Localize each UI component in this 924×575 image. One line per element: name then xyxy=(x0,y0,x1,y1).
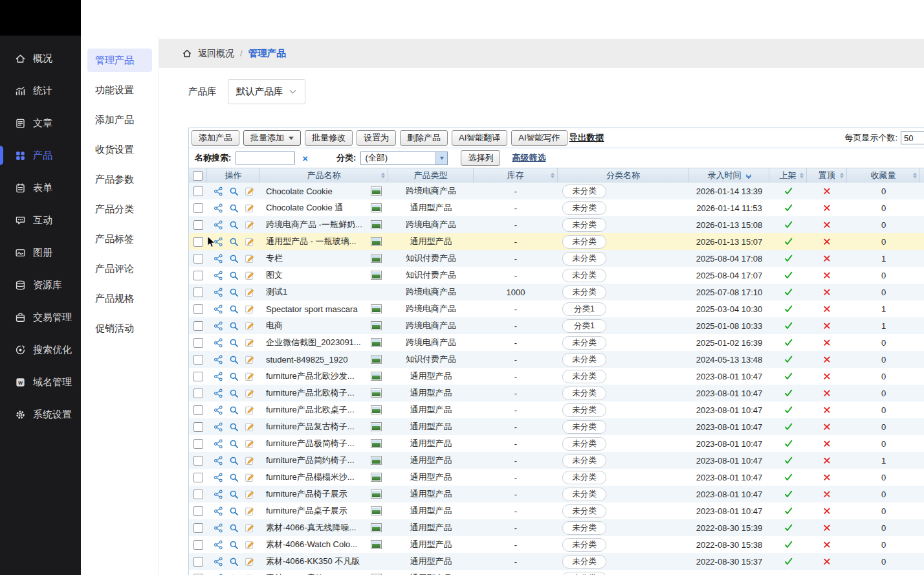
sort-icon[interactable] xyxy=(551,173,555,179)
on-shelf-check-icon[interactable] xyxy=(784,254,793,263)
on-shelf-check-icon[interactable] xyxy=(784,389,793,398)
row-checkbox[interactable] xyxy=(193,490,203,499)
pinned-cross-icon[interactable] xyxy=(823,238,831,245)
preview-icon[interactable] xyxy=(229,271,239,280)
submenu-item-product-specs[interactable]: 产品规格 xyxy=(87,287,152,310)
preview-icon[interactable] xyxy=(229,490,239,499)
preview-icon[interactable] xyxy=(229,523,239,533)
share-icon[interactable] xyxy=(214,490,223,499)
sort-icon[interactable] xyxy=(800,173,804,179)
edit-icon[interactable] xyxy=(245,490,254,499)
breadcrumb-back-link[interactable]: 返回概况 xyxy=(198,48,234,60)
share-icon[interactable] xyxy=(214,557,223,567)
row-checkbox[interactable] xyxy=(193,389,203,398)
on-shelf-check-icon[interactable] xyxy=(784,304,793,313)
row-checkbox[interactable] xyxy=(193,422,203,432)
batch-edit-button[interactable]: 批量修改 xyxy=(305,130,353,146)
preview-icon[interactable] xyxy=(229,506,239,516)
preview-icon[interactable] xyxy=(229,456,239,466)
sidebar-item-seo[interactable]: 搜索优化 xyxy=(0,333,81,366)
pinned-cross-icon[interactable] xyxy=(823,389,831,397)
on-shelf-check-icon[interactable] xyxy=(784,473,793,482)
pinned-cross-icon[interactable] xyxy=(823,473,831,481)
sidebar-item-products[interactable]: 产品 xyxy=(0,139,81,172)
share-icon[interactable] xyxy=(214,355,223,365)
preview-icon[interactable] xyxy=(229,355,239,365)
pinned-cross-icon[interactable] xyxy=(823,440,831,447)
pinned-cross-icon[interactable] xyxy=(823,457,831,464)
edit-icon[interactable] xyxy=(245,271,254,280)
preview-icon[interactable] xyxy=(229,439,239,449)
col-header-check[interactable] xyxy=(189,168,207,183)
share-icon[interactable] xyxy=(214,288,223,297)
row-checkbox[interactable] xyxy=(193,304,203,314)
preview-icon[interactable] xyxy=(229,288,239,297)
share-icon[interactable] xyxy=(214,422,223,432)
on-shelf-check-icon[interactable] xyxy=(784,355,793,364)
on-shelf-check-icon[interactable] xyxy=(784,321,793,330)
on-shelf-check-icon[interactable] xyxy=(784,490,793,499)
edit-icon[interactable] xyxy=(245,557,254,567)
sidebar-item-resources[interactable]: 资源库 xyxy=(0,269,81,301)
pinned-cross-icon[interactable] xyxy=(823,490,831,498)
col-header-top[interactable]: 置顶 xyxy=(807,168,847,183)
sidebar-item-interaction[interactable]: 互动 xyxy=(0,204,81,236)
sort-icon[interactable] xyxy=(913,173,917,179)
select-all-checkbox[interactable] xyxy=(193,171,203,181)
preview-icon[interactable] xyxy=(229,372,239,381)
add-product-button[interactable]: 添加产品 xyxy=(192,130,239,146)
per-page-input[interactable] xyxy=(901,131,924,144)
row-checkbox[interactable] xyxy=(193,186,203,196)
on-shelf-check-icon[interactable] xyxy=(784,372,793,381)
share-icon[interactable] xyxy=(214,405,223,415)
share-icon[interactable] xyxy=(214,540,223,550)
clear-search-icon[interactable]: × xyxy=(302,153,308,164)
share-icon[interactable] xyxy=(214,203,223,213)
row-checkbox[interactable] xyxy=(193,473,203,482)
col-header-time[interactable]: 录入时间 xyxy=(689,168,769,183)
submenu-item-promotions[interactable]: 促销活动 xyxy=(87,317,152,340)
edit-icon[interactable] xyxy=(245,203,254,213)
on-shelf-check-icon[interactable] xyxy=(784,338,793,347)
pinned-cross-icon[interactable] xyxy=(823,355,831,363)
on-shelf-check-icon[interactable] xyxy=(784,220,793,229)
advanced-filter-link[interactable]: 高级筛选 xyxy=(512,152,545,164)
sort-icon[interactable] xyxy=(381,173,385,179)
preview-icon[interactable] xyxy=(229,186,239,196)
sidebar-item-stats[interactable]: 统计 xyxy=(0,74,81,107)
pinned-cross-icon[interactable] xyxy=(823,524,831,532)
edit-icon[interactable] xyxy=(245,456,254,466)
select-columns-button[interactable]: 选择列 xyxy=(461,150,500,166)
share-icon[interactable] xyxy=(214,439,223,449)
on-shelf-check-icon[interactable] xyxy=(784,506,793,515)
submenu-item-product-tags[interactable]: 产品标签 xyxy=(87,227,152,251)
on-shelf-check-icon[interactable] xyxy=(784,271,793,280)
sidebar-item-trade[interactable]: 交易管理 xyxy=(0,301,81,333)
row-checkbox[interactable] xyxy=(193,321,203,331)
on-shelf-check-icon[interactable] xyxy=(784,186,793,196)
set-as-button[interactable]: 设置为 xyxy=(357,130,396,146)
edit-icon[interactable] xyxy=(245,338,254,348)
edit-icon[interactable] xyxy=(245,321,254,331)
row-checkbox[interactable] xyxy=(193,271,203,280)
preview-icon[interactable] xyxy=(229,473,239,482)
pinned-cross-icon[interactable] xyxy=(823,406,831,414)
preview-icon[interactable] xyxy=(229,237,239,247)
sidebar-item-domain[interactable]: w域名管理 xyxy=(0,366,81,398)
pinned-cross-icon[interactable] xyxy=(823,271,831,279)
row-checkbox[interactable] xyxy=(193,456,203,466)
pinned-cross-icon[interactable] xyxy=(823,187,831,195)
pinned-cross-icon[interactable] xyxy=(823,339,831,346)
share-icon[interactable] xyxy=(214,321,223,331)
preview-icon[interactable] xyxy=(229,304,239,314)
pinned-cross-icon[interactable] xyxy=(823,541,831,548)
edit-icon[interactable] xyxy=(245,540,254,550)
share-icon[interactable] xyxy=(214,271,223,280)
col-header-fav[interactable]: 收藏量 xyxy=(847,168,920,183)
sort-icon[interactable] xyxy=(840,173,844,179)
share-icon[interactable] xyxy=(214,523,223,533)
on-shelf-check-icon[interactable] xyxy=(784,422,793,431)
sidebar-item-articles[interactable]: 文章 xyxy=(0,107,81,139)
pinned-cross-icon[interactable] xyxy=(823,507,831,515)
ai-translate-button[interactable]: AI智能翻译 xyxy=(452,130,507,146)
